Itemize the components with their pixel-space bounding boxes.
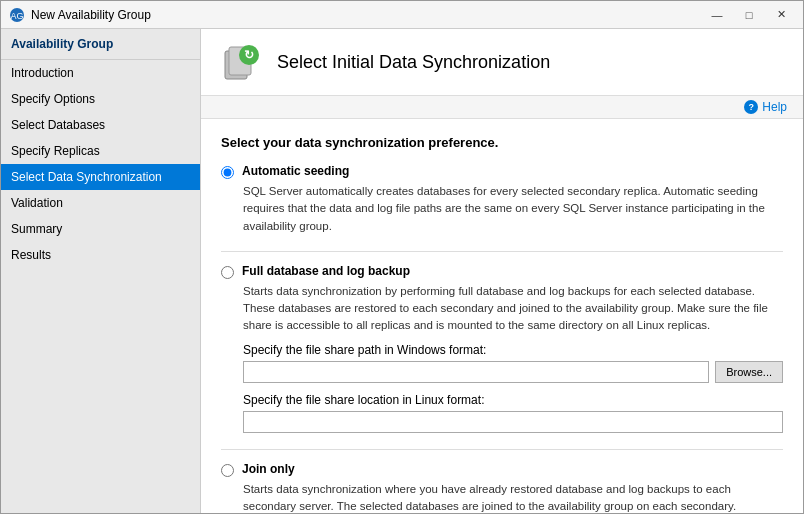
sidebar-item-specify-options[interactable]: Specify Options xyxy=(1,86,200,112)
page-content: Select your data synchronization prefere… xyxy=(201,119,803,513)
page-title: Select Initial Data Synchronization xyxy=(277,52,550,73)
section-title: Select your data synchronization prefere… xyxy=(221,135,783,150)
option-fullbackup-desc: Starts data synchronization by performin… xyxy=(243,283,783,335)
radio-automatic[interactable] xyxy=(221,166,234,179)
option-join-only: Join only Starts data synchronization wh… xyxy=(221,462,783,514)
main-window: AG New Availability Group — □ ✕ Availabi… xyxy=(0,0,804,514)
help-label: Help xyxy=(762,100,787,114)
window-controls: — □ ✕ xyxy=(703,5,795,25)
radio-fullbackup-label[interactable]: Full database and log backup xyxy=(221,264,783,279)
radio-fullbackup-title: Full database and log backup xyxy=(242,264,410,278)
close-button[interactable]: ✕ xyxy=(767,5,795,25)
option-automatic-seeding: Automatic seeding SQL Server automatical… xyxy=(221,164,783,235)
svg-text:↻: ↻ xyxy=(244,48,254,62)
radio-automatic-title: Automatic seeding xyxy=(242,164,349,178)
help-bar: ? Help xyxy=(201,96,803,119)
page-header: ↻ Select Initial Data Synchronization xyxy=(201,29,803,96)
radio-joinonly-title: Join only xyxy=(242,462,295,476)
app-icon: AG xyxy=(9,7,25,23)
windows-path-input[interactable] xyxy=(243,361,709,383)
radio-automatic-label[interactable]: Automatic seeding xyxy=(221,164,783,179)
help-link[interactable]: ? Help xyxy=(744,100,787,114)
title-bar: AG New Availability Group — □ ✕ xyxy=(1,1,803,29)
windows-path-label: Specify the file share path in Windows f… xyxy=(243,343,783,357)
browse-windows-button[interactable]: Browse... xyxy=(715,361,783,383)
svg-text:AG: AG xyxy=(10,11,23,21)
sidebar-item-results[interactable]: Results xyxy=(1,242,200,268)
sidebar-item-validation[interactable]: Validation xyxy=(1,190,200,216)
linux-path-input[interactable] xyxy=(243,411,783,433)
content-area: Availability Group Introduction Specify … xyxy=(1,29,803,513)
linux-path-row xyxy=(243,411,783,433)
sidebar-item-summary[interactable]: Summary xyxy=(1,216,200,242)
sidebar: Availability Group Introduction Specify … xyxy=(1,29,201,513)
radio-fullbackup[interactable] xyxy=(221,266,234,279)
linux-path-label: Specify the file share location in Linux… xyxy=(243,393,783,407)
header-icon: ↻ xyxy=(221,41,263,83)
option-joinonly-desc: Starts data synchronization where you ha… xyxy=(243,481,783,514)
main-panel: ↻ Select Initial Data Synchronization ? … xyxy=(201,29,803,513)
sidebar-item-select-databases[interactable]: Select Databases xyxy=(1,112,200,138)
divider-1 xyxy=(221,251,783,252)
minimize-button[interactable]: — xyxy=(703,5,731,25)
divider-2 xyxy=(221,449,783,450)
sidebar-item-select-data-sync[interactable]: Select Data Synchronization xyxy=(1,164,200,190)
windows-path-row: Browse... xyxy=(243,361,783,383)
radio-joinonly-label[interactable]: Join only xyxy=(221,462,783,477)
sidebar-item-introduction[interactable]: Introduction xyxy=(1,60,200,86)
option-automatic-desc: SQL Server automatically creates databas… xyxy=(243,183,783,235)
sidebar-item-specify-replicas[interactable]: Specify Replicas xyxy=(1,138,200,164)
window-title: New Availability Group xyxy=(31,8,703,22)
sidebar-header: Availability Group xyxy=(1,29,200,60)
maximize-button[interactable]: □ xyxy=(735,5,763,25)
option-full-backup: Full database and log backup Starts data… xyxy=(221,264,783,433)
help-icon: ? xyxy=(744,100,758,114)
radio-joinonly[interactable] xyxy=(221,464,234,477)
